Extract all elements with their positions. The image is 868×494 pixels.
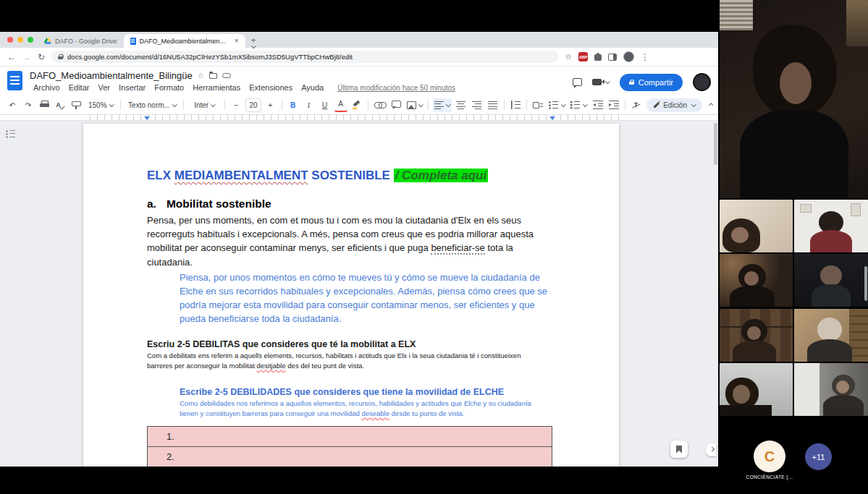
menu-extensiones[interactable]: Extensiones: [245, 82, 296, 93]
show-side-panel-button[interactable]: [706, 443, 716, 456]
participants-scrollbar[interactable]: [864, 266, 867, 301]
participant-video[interactable]: [720, 363, 793, 416]
docs-app-icon[interactable]: [7, 71, 22, 90]
styles-select[interactable]: Texto norm...: [125, 98, 179, 112]
doc-note-spanish[interactable]: Como debilidades nos referimos a aquello…: [180, 399, 542, 419]
move-to-folder-icon[interactable]: [209, 73, 217, 79]
highlight-color-button[interactable]: [350, 98, 363, 112]
address-bar[interactable]: docs.google.com/document/d/16NU5A32pClHe…: [51, 51, 558, 63]
bulleted-list-button[interactable]: [547, 98, 567, 112]
bookmark-star-icon[interactable]: ☆: [565, 53, 572, 61]
close-tab-icon[interactable]: ×: [235, 37, 239, 45]
doc-heading-a[interactable]: a. Mobilitat sostenible: [147, 197, 552, 210]
align-left-button[interactable]: [433, 98, 452, 112]
reload-button[interactable]: ↻: [38, 53, 45, 61]
align-right-button[interactable]: [471, 98, 484, 112]
font-size-decrease-button[interactable]: −: [229, 98, 243, 112]
doc-main-title[interactable]: ELX MEDIAMBENTALMENT SOSTENIBLE / Comple…: [147, 169, 552, 183]
extensions-puzzle-icon[interactable]: [594, 54, 602, 61]
last-modified-link[interactable]: Última modificación hace 50 minutos: [337, 84, 455, 92]
suggested-word[interactable]: beneficiar-se: [431, 242, 484, 255]
doc-prompt-catalan[interactable]: Escriu 2-5 DEBILITAS que consideres que …: [147, 339, 557, 349]
undo-button[interactable]: ↶: [6, 98, 19, 112]
insert-link-button[interactable]: [373, 98, 387, 112]
document-page[interactable]: ELX MEDIAMBENTALMENT SOSTENIBLE / Comple…: [83, 124, 619, 467]
misspelled-word[interactable]: desitjable: [257, 362, 286, 370]
menu-herramientas[interactable]: Herramientas: [189, 82, 244, 93]
align-center-button[interactable]: [455, 98, 468, 112]
spellcheck-button[interactable]: A: [54, 98, 67, 112]
docs-profile-avatar[interactable]: [693, 73, 711, 91]
right-indent-marker[interactable]: [549, 116, 555, 120]
share-button[interactable]: Compartir: [620, 74, 683, 91]
document-title[interactable]: DAFO_Medioambientalmente_Bilingüe: [30, 70, 193, 81]
participant-video[interactable]: [720, 309, 793, 362]
editing-mode-select[interactable]: Edición: [646, 98, 701, 112]
document-scrollbar[interactable]: [714, 123, 717, 165]
numbered-list-button[interactable]: [569, 98, 589, 112]
doc-paragraph-catalan[interactable]: Pensa, per uns moments, en com et mous t…: [147, 213, 557, 269]
print-button[interactable]: [38, 98, 51, 112]
participant-video[interactable]: [720, 0, 868, 198]
macos-window-controls[interactable]: [7, 37, 33, 43]
menu-archivo[interactable]: Archivo: [30, 82, 64, 93]
participant-video[interactable]: [794, 254, 868, 307]
audio-participant-avatar[interactable]: C: [754, 440, 785, 472]
browser-tab-docs-active[interactable]: DAFO_Medioambientalmente s ×: [124, 34, 245, 48]
docs-ruler[interactable]: [0, 115, 718, 121]
doc-note-catalan[interactable]: Com a debilitats ens referim a aquells e…: [147, 351, 547, 371]
highlighted-placeholder[interactable]: / Completa aquí: [394, 169, 489, 182]
comment-history-icon[interactable]: [573, 78, 582, 86]
meet-button[interactable]: [592, 79, 610, 85]
misspelled-word[interactable]: MEDIAMBENTALMENT: [174, 169, 308, 182]
forward-button[interactable]: →: [22, 53, 31, 61]
answers-table[interactable]: 1. 2.: [147, 426, 552, 467]
document-outline-icon[interactable]: [6, 129, 16, 138]
increase-indent-button[interactable]: [607, 98, 620, 112]
star-document-icon[interactable]: ☆: [198, 72, 204, 80]
left-indent-marker[interactable]: [144, 116, 150, 120]
menu-editar[interactable]: Editar: [65, 82, 93, 93]
italic-button[interactable]: I: [303, 98, 316, 112]
line-spacing-button[interactable]: [509, 98, 522, 112]
back-button[interactable]: ←: [7, 53, 16, 61]
menu-formato[interactable]: Formato: [151, 82, 187, 93]
bold-button[interactable]: B: [287, 98, 300, 112]
redo-button[interactable]: ↷: [22, 98, 35, 112]
decrease-indent-button[interactable]: [591, 98, 604, 112]
browser-menu-icon[interactable]: ⋮: [641, 53, 649, 61]
font-select[interactable]: Inter: [188, 98, 220, 112]
adblock-extension-icon[interactable]: ABP: [578, 52, 588, 61]
participant-video[interactable]: [794, 363, 868, 416]
font-size-value[interactable]: 20: [245, 98, 261, 112]
add-comment-button[interactable]: [389, 98, 403, 112]
participant-video[interactable]: [794, 200, 868, 252]
browser-tab-drive[interactable]: DAFO - Google Drive: [38, 34, 124, 48]
minimize-window-button[interactable]: [17, 37, 23, 43]
insert-image-button[interactable]: [405, 98, 424, 112]
doc-paragraph-spanish[interactable]: Piensa, por unos momentos en cómo te mue…: [180, 271, 552, 326]
align-justify-button[interactable]: [486, 98, 500, 112]
checklist-button[interactable]: [531, 98, 544, 112]
browser-profile-avatar[interactable]: [623, 51, 634, 62]
more-participants-badge[interactable]: +11: [805, 443, 832, 470]
participant-video[interactable]: [720, 200, 793, 252]
menu-insertar[interactable]: Insertar: [115, 82, 149, 93]
participant-video[interactable]: [794, 309, 868, 362]
paint-format-button[interactable]: [69, 98, 83, 112]
font-size-increase-button[interactable]: +: [264, 98, 277, 112]
text-color-button[interactable]: A: [334, 98, 347, 112]
clear-formatting-button[interactable]: T: [630, 98, 643, 112]
zoom-select[interactable]: 150%: [85, 98, 116, 112]
maximize-window-button[interactable]: [28, 37, 33, 43]
menu-ver[interactable]: Ver: [94, 82, 114, 93]
participant-video[interactable]: [720, 254, 793, 307]
table-cell[interactable]: 2.: [148, 446, 552, 467]
side-panel-icon[interactable]: [608, 54, 617, 61]
collapse-toolbar-icon[interactable]: [709, 103, 713, 108]
table-cell[interactable]: 1.: [148, 426, 552, 446]
menu-ayuda[interactable]: Ayuda: [298, 82, 327, 93]
doc-prompt-spanish[interactable]: Escribe 2-5 DEBILIDADES que consideres q…: [180, 387, 556, 397]
misspelled-word[interactable]: deseable: [361, 409, 389, 417]
close-window-button[interactable]: [7, 37, 13, 43]
